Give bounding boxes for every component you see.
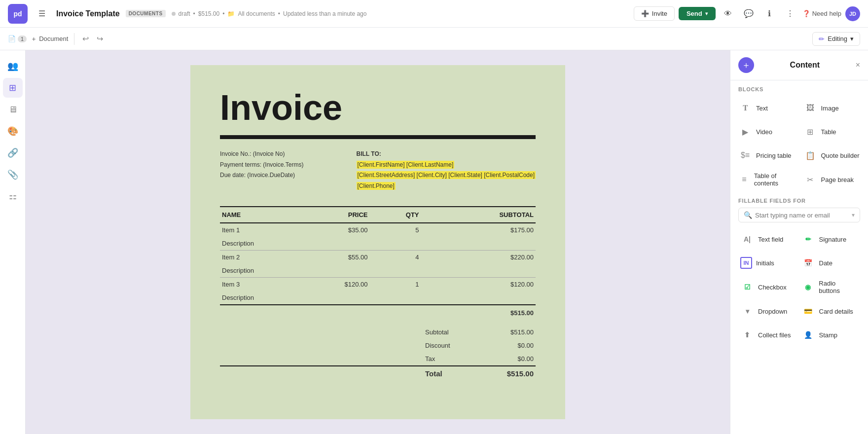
field-signature[interactable]: ✏ Signature [799,227,861,251]
sidebar-icon-blocks[interactable]: ⊞ [3,78,23,98]
total-val: $515.00 [494,369,534,378]
table-row: Item 2 $55.00 4 $220.00 [220,251,536,264]
field-dropdown[interactable]: ▾ Dropdown [738,299,799,323]
block-image-label: Image [821,105,839,112]
block-quote-builder[interactable]: 📋 Quote builder [799,144,865,167]
image-block-icon: 🖼 [803,101,817,115]
client-phone-highlight: [Client.Phone] [357,182,396,190]
items-total-spacer [220,305,421,321]
field-date-label: Date [819,259,832,267]
field-radio[interactable]: ◉ Radio buttons [799,275,861,299]
field-collect-label: Collect files [758,331,791,339]
canvas-area: Invoice Invoice No.: (Invoice No) Paymen… [26,50,730,434]
panel-add-button[interactable]: ＋ [738,57,754,73]
undo-button[interactable]: ↩ [80,32,91,45]
add-document-button[interactable]: ＋ Document [31,35,68,43]
table-block-icon: ⊞ [803,125,817,139]
left-sidebar: 👥 ⊞ 🖥 🎨 🔗 📎 ⚏ [0,50,26,434]
due-date: Due date: (Invoice.DueDate) [220,170,303,181]
search-icon: 🔍 [744,211,752,219]
field-checkbox[interactable]: ☑ Checkbox [738,275,799,299]
meta-separator2: • [222,10,224,17]
redo-button[interactable]: ↪ [95,32,105,45]
editing-pencil-icon: ✏ [819,35,825,43]
item1-name: Item 1 [220,223,289,237]
help-label: Need help [812,10,841,17]
quote-block-icon: 📋 [803,148,817,162]
subtotal-label: Subtotal [425,328,465,336]
invite-label: Invite [652,10,667,17]
fillable-section-label: FILLABLE FIELDS FOR [738,192,860,208]
meta-separator1: • [193,10,195,17]
sidebar-icon-monitor[interactable]: 🖥 [3,100,23,119]
sidebar-icon-apps[interactable]: ⚏ [3,186,23,206]
block-video[interactable]: ▶ Video [734,120,799,144]
invoice-table: NAME PRICE QTY SUBTOTAL Item 1 $35.00 5 … [220,206,536,321]
item1-subtotal: $175.00 [421,223,536,237]
col-name: NAME [220,207,289,223]
invite-icon: ➕ [641,10,649,17]
item1-qty: 5 [369,223,421,237]
search-box[interactable]: 🔍 ▾ [738,208,860,222]
block-pricing-table[interactable]: $≡ Pricing table [734,144,799,167]
close-panel-button[interactable]: × [856,61,860,70]
info-button[interactable]: ℹ [761,5,778,22]
more-button[interactable]: ⋮ [782,5,798,22]
draft-label: draft [179,10,190,17]
menu-button[interactable]: ☰ [34,5,50,22]
toc-block-icon: ≡ [738,173,750,186]
field-date[interactable]: 📅 Date [799,251,861,275]
block-table[interactable]: ⊞ Table [799,120,865,144]
invoice-title: Invoice [220,90,536,125]
right-panel: ＋ Content × BLOCKS 𝐓 Text 🖼 Image ▶ Vide… [730,50,868,434]
item3-name: Item 3 [220,278,289,291]
table-row-desc: Description [220,237,536,251]
doc-count-badge: 1 [18,36,27,42]
col-qty: QTY [369,207,421,223]
date-icon: 📅 [801,256,815,270]
blocks-grid: 𝐓 Text 🖼 Image ▶ Video ⊞ Table $≡ Pricin… [730,96,868,192]
comments-button[interactable]: 💬 [740,5,757,22]
search-input[interactable] [755,212,849,219]
bill-to-label: BILL TO: [357,149,536,160]
help-button[interactable]: ❓ Need help [802,10,841,17]
doc-pages-button[interactable]: 📄 1 [8,35,27,42]
search-dropdown-icon: ▾ [852,212,855,218]
field-collect[interactable]: ⬆ Collect files [738,323,799,347]
subtotal-row: Subtotal $515.00 [220,326,536,339]
editing-mode-button[interactable]: ✏ Editing ▾ [812,32,860,46]
sidebar-icon-palette[interactable]: 🎨 [3,121,23,141]
block-toc-label: Table of contents [754,172,796,187]
sidebar-icon-integrations[interactable]: 🔗 [3,143,23,163]
block-text[interactable]: 𝐓 Text [734,96,799,120]
block-image[interactable]: 🖼 Image [799,96,865,120]
sidebar-icon-link[interactable]: 📎 [3,165,23,184]
bill-to: BILL TO: [Client.FirstName] [Client.Last… [357,149,536,191]
item3-price: $120.00 [289,278,370,291]
invite-button[interactable]: ➕ Invite [634,6,675,21]
block-video-label: Video [756,128,772,136]
block-page-break[interactable]: ✂ Page break [799,167,865,192]
block-pagebreak-label: Page break [821,176,854,183]
sidebar-icon-users[interactable]: 👥 [3,56,23,76]
invoice-meta: Invoice No.: (Invoice No) Payment terms:… [220,149,303,191]
col-subtotal: SUBTOTAL [421,207,536,223]
meta-updated: Updated less than a minute ago [283,10,366,17]
field-text[interactable]: A| Text field [738,227,799,251]
item2-subtotal: $220.00 [421,251,536,264]
block-quote-label: Quote builder [821,152,860,159]
block-toc[interactable]: ≡ Table of contents [734,167,799,192]
block-table-label: Table [821,128,836,136]
client-address-highlight: [Client.StreetAddress] [Client.City] [Cl… [357,171,536,179]
doc-badge: DOCUMENTS [126,10,166,17]
panel-title: Content [790,61,820,70]
field-card[interactable]: 💳 Card details [799,299,861,323]
send-button[interactable]: Send ▾ [679,7,716,20]
item2-price: $55.00 [289,251,370,264]
preview-button[interactable]: 👁 [720,5,736,22]
card-icon: 💳 [801,304,815,318]
field-stamp[interactable]: 👤 Stamp [799,323,861,347]
table-row: Item 1 $35.00 5 $175.00 [220,223,536,237]
field-initials[interactable]: IN Initials [738,251,799,275]
help-icon: ❓ [802,10,810,17]
